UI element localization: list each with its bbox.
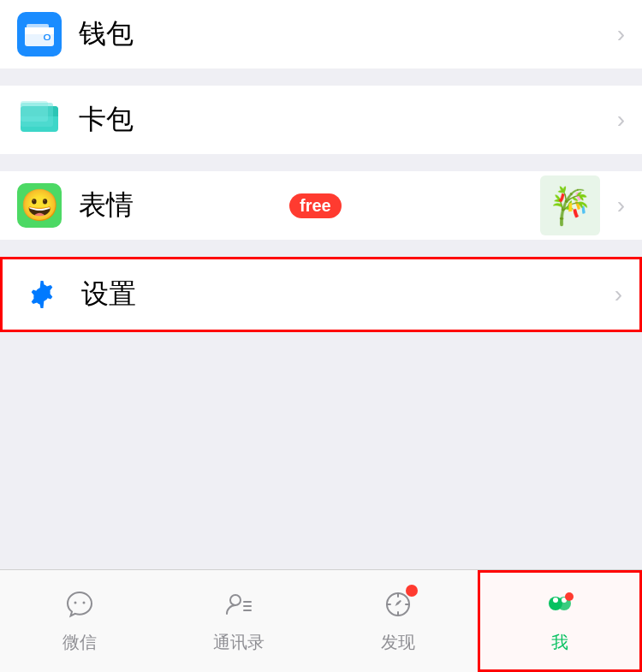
me-icon	[544, 588, 576, 626]
wallet-icon	[17, 12, 62, 56]
wechat-icon	[63, 588, 96, 626]
tab-wechat[interactable]: 微信	[0, 570, 159, 672]
emoji-mascot-thumb: 🎋	[540, 175, 600, 235]
free-badge: free	[289, 193, 342, 218]
svg-rect-2	[27, 24, 49, 29]
wallet-chevron: ›	[617, 21, 625, 48]
emoji-label: 表情	[79, 187, 277, 224]
svg-point-4	[45, 35, 50, 39]
svg-point-11	[83, 602, 86, 604]
contacts-tab-label: 通讯录	[213, 631, 265, 654]
separator-2	[0, 154, 642, 171]
gear-icon	[23, 276, 61, 313]
contacts-icon	[223, 588, 255, 626]
tab-me[interactable]: 我	[478, 570, 642, 672]
tab-contacts[interactable]: 通讯录	[159, 570, 318, 672]
emoji-item[interactable]: 😀 表情 free 🎋 ›	[0, 171, 642, 240]
wallet-label: 钱包	[79, 15, 609, 53]
me-tab-label: 我	[551, 631, 568, 654]
settings-chevron: ›	[615, 281, 622, 308]
mascot-emoji: 🎋	[548, 185, 592, 227]
settings-highlight-box: 设置 ›	[0, 257, 642, 332]
separator-3	[0, 240, 642, 257]
svg-point-23	[553, 598, 558, 603]
card-chevron: ›	[617, 106, 625, 134]
tab-bar: 微信 通讯录 发现	[0, 569, 642, 672]
separator-1	[0, 68, 642, 86]
discover-tab-label: 发现	[381, 631, 415, 654]
settings-label: 设置	[81, 276, 606, 313]
empty-space	[0, 332, 642, 538]
settings-item[interactable]: 设置 ›	[3, 259, 639, 330]
svg-point-10	[74, 602, 77, 604]
svg-point-25	[565, 592, 574, 601]
wechat-tab-label: 微信	[62, 631, 97, 654]
svg-rect-9	[21, 101, 48, 122]
card-icon	[17, 98, 62, 142]
card-item[interactable]: 卡包 ›	[0, 86, 642, 154]
discover-badge	[406, 585, 418, 597]
emoji-chevron: ›	[617, 192, 625, 219]
svg-point-12	[230, 595, 241, 605]
emoji-icon: 😀	[17, 183, 62, 228]
tab-discover[interactable]: 发现	[318, 570, 478, 672]
wallet-svg	[25, 22, 54, 46]
card-svg	[17, 98, 62, 142]
settings-icon-wrapper	[20, 272, 64, 317]
discover-icon	[382, 588, 414, 626]
card-label: 卡包	[79, 101, 609, 139]
wallet-item[interactable]: 钱包 ›	[0, 0, 642, 68]
